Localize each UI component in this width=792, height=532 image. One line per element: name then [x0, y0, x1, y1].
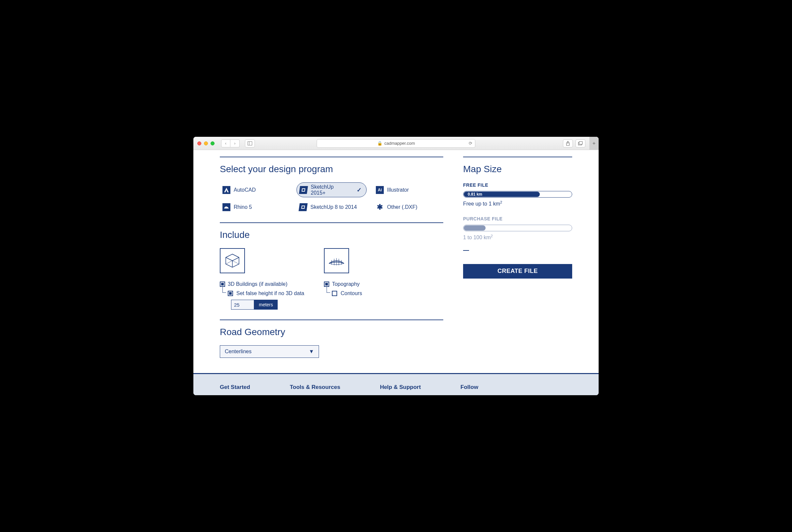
include-topography: Topography Contours — [324, 248, 362, 310]
forward-button[interactable]: › — [230, 139, 240, 147]
share-button[interactable] — [563, 139, 573, 147]
divider — [463, 157, 572, 157]
purchase-file-note: 1 to 100 km2 — [463, 234, 572, 241]
select-program-title: Select your design program — [220, 164, 443, 174]
road-geometry-select[interactable]: Centerlines ▼ — [220, 345, 319, 358]
svg-rect-10 — [302, 206, 304, 208]
false-height-label: Set false height if no 3D data — [236, 290, 304, 297]
chevron-down-icon: ▼ — [309, 348, 314, 355]
purchase-file-slider[interactable] — [463, 225, 572, 231]
free-file-label: FREE FILE — [463, 183, 572, 188]
svg-line-18 — [232, 261, 239, 264]
contours-label: Contours — [340, 290, 362, 297]
window-controls — [197, 141, 214, 146]
svg-rect-5 — [579, 141, 582, 144]
tabs-button[interactable] — [576, 139, 585, 147]
contours-checkbox[interactable] — [332, 291, 337, 296]
program-autocad[interactable]: AutoCAD — [220, 183, 290, 197]
footer: Get Started Tools & Resources Help & Sup… — [193, 373, 599, 395]
back-button[interactable]: ‹ — [221, 139, 230, 147]
include-buildings: 3D Buildings (if available) Set false he… — [220, 248, 304, 310]
map-size-title: Map Size — [463, 164, 572, 174]
purchase-file-label: PURCHASE FILE — [463, 216, 572, 222]
divider — [220, 320, 443, 320]
illustrator-icon: Ai — [376, 186, 384, 194]
false-height-checkbox[interactable] — [228, 291, 233, 296]
asterisk-icon: ✱ — [376, 203, 384, 211]
autocad-icon — [223, 186, 230, 194]
program-grid: AutoCAD SketchUp 2015+ ✓ Ai Illus — [220, 183, 443, 212]
program-sketchup-2015[interactable]: SketchUp 2015+ ✓ — [297, 183, 366, 197]
program-illustrator[interactable]: Ai Illustrator — [373, 183, 443, 197]
new-tab-button[interactable]: + — [589, 137, 599, 150]
footer-col-get-started[interactable]: Get Started — [220, 384, 250, 391]
buildings-icon — [220, 248, 245, 273]
reload-icon[interactable]: ⟳ — [469, 141, 472, 146]
sketchup-icon — [299, 203, 307, 211]
lock-icon: 🔒 — [377, 141, 382, 146]
dash-divider — [463, 250, 469, 251]
svg-rect-8 — [302, 189, 305, 191]
svg-line-13 — [232, 258, 239, 261]
divider — [220, 157, 443, 157]
maximize-icon[interactable] — [211, 141, 214, 146]
program-rhino[interactable]: Rhino 5 — [220, 202, 290, 212]
buildings-label: 3D Buildings (if available) — [228, 281, 287, 287]
road-geometry-value: Centerlines — [225, 348, 251, 355]
program-other-dxf[interactable]: ✱ Other (.DXF) — [373, 202, 443, 212]
show-sidebar-button[interactable] — [245, 139, 255, 147]
url-text: cadmapper.com — [384, 141, 415, 146]
free-file-note: Free up to 1 km2 — [463, 200, 572, 207]
browser-window: ‹ › 🔒 cadmapper.com ⟳ + Select your desi… — [193, 137, 599, 395]
svg-line-12 — [226, 258, 232, 261]
footer-col-tools[interactable]: Tools & Resources — [290, 384, 340, 391]
divider — [220, 222, 443, 223]
include-title: Include — [220, 230, 443, 240]
sketchup-icon — [299, 186, 308, 194]
footer-col-follow[interactable]: Follow — [460, 384, 478, 391]
svg-marker-6 — [224, 188, 229, 192]
svg-rect-0 — [248, 141, 252, 145]
close-icon[interactable] — [197, 141, 201, 146]
titlebar: ‹ › 🔒 cadmapper.com ⟳ + — [193, 137, 599, 150]
topography-checkbox[interactable] — [324, 282, 329, 287]
footer-col-help[interactable]: Help & Support — [380, 384, 421, 391]
program-sketchup-8[interactable]: SketchUp 8 to 2014 — [297, 202, 366, 212]
check-icon: ✓ — [357, 186, 362, 194]
topography-label: Topography — [332, 281, 360, 287]
minimize-icon[interactable] — [204, 141, 208, 146]
free-file-value: 0.81 km — [468, 192, 482, 196]
topography-icon — [324, 248, 349, 273]
road-geometry-title: Road Geometry — [220, 327, 443, 337]
address-bar[interactable]: 🔒 cadmapper.com ⟳ — [317, 139, 475, 148]
buildings-checkbox[interactable] — [220, 282, 225, 287]
create-file-button[interactable]: CREATE FILE — [463, 264, 572, 279]
svg-line-17 — [226, 261, 232, 264]
height-unit: meters — [254, 300, 278, 310]
free-file-slider[interactable]: 0.81 km — [463, 191, 572, 197]
rhino-icon — [223, 203, 230, 211]
height-input[interactable] — [231, 300, 254, 310]
